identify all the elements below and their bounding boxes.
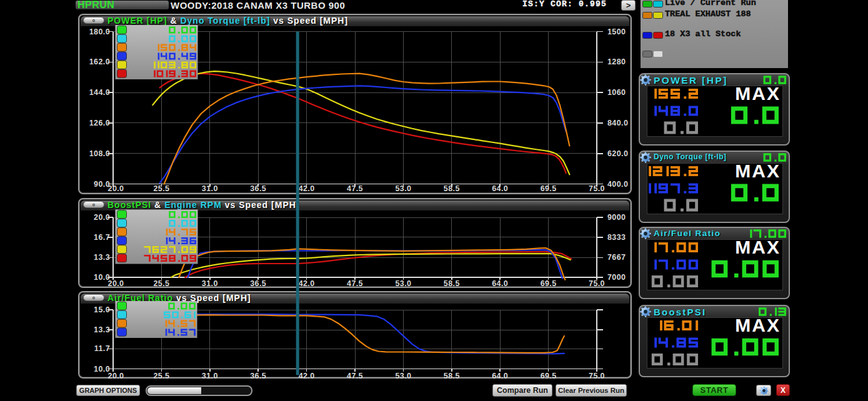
svg-text:1280: 1280 — [607, 57, 626, 66]
svg-text:9000: 9000 — [607, 213, 626, 222]
svg-text:7000: 7000 — [607, 273, 626, 282]
svg-text:144.0: 144.0 — [89, 88, 110, 97]
svg-text:47.5: 47.5 — [347, 279, 363, 288]
svg-text:75.0: 75.0 — [589, 279, 605, 288]
svg-text:69.5: 69.5 — [541, 279, 557, 288]
svg-text:126.0: 126.0 — [89, 119, 110, 127]
svg-text:47.5: 47.5 — [347, 372, 363, 380]
svg-text:75.0: 75.0 — [589, 184, 605, 193]
svg-text:20.0: 20.0 — [94, 213, 110, 222]
svg-text:64.0: 64.0 — [492, 279, 508, 288]
svg-text:15.0: 15.0 — [94, 305, 110, 314]
svg-text:20.0: 20.0 — [108, 279, 124, 288]
svg-text:75.0: 75.0 — [589, 372, 605, 380]
svg-text:42.0: 42.0 — [299, 184, 315, 193]
svg-text:25.5: 25.5 — [153, 279, 169, 288]
svg-text:1060: 1060 — [607, 88, 626, 97]
svg-text:42.0: 42.0 — [299, 372, 315, 380]
svg-text:53.0: 53.0 — [395, 279, 411, 288]
svg-text:47.5: 47.5 — [347, 184, 363, 193]
svg-text:58.5: 58.5 — [444, 372, 460, 380]
svg-text:25.5: 25.5 — [153, 372, 169, 380]
svg-text:36.5: 36.5 — [250, 279, 266, 288]
svg-text:31.0: 31.0 — [202, 372, 218, 380]
svg-text:69.5: 69.5 — [541, 184, 557, 193]
svg-text:58.5: 58.5 — [444, 279, 460, 288]
svg-text:180.0: 180.0 — [89, 27, 110, 36]
svg-text:53.0: 53.0 — [395, 184, 411, 193]
svg-text:620.0: 620.0 — [607, 149, 628, 158]
svg-text:13.3: 13.3 — [94, 325, 110, 334]
svg-text:64.0: 64.0 — [492, 372, 508, 380]
svg-text:400.0: 400.0 — [607, 180, 628, 189]
svg-text:20.0: 20.0 — [108, 184, 124, 193]
svg-text:31.0: 31.0 — [202, 279, 218, 288]
svg-text:1500: 1500 — [607, 27, 626, 36]
svg-text:16.7: 16.7 — [94, 233, 110, 242]
svg-text:69.5: 69.5 — [541, 372, 557, 380]
svg-text:8333: 8333 — [607, 233, 626, 242]
svg-text:31.0: 31.0 — [202, 184, 218, 193]
svg-text:11.7: 11.7 — [94, 344, 110, 353]
svg-text:20.0: 20.0 — [108, 372, 124, 380]
svg-text:36.5: 36.5 — [250, 184, 266, 193]
svg-text:64.0: 64.0 — [492, 184, 508, 193]
svg-text:840.0: 840.0 — [607, 119, 628, 127]
svg-text:108.0: 108.0 — [89, 149, 110, 158]
svg-text:42.0: 42.0 — [299, 279, 315, 288]
svg-text:53.0: 53.0 — [395, 372, 411, 380]
svg-text:25.5: 25.5 — [153, 184, 169, 193]
svg-text:36.5: 36.5 — [250, 372, 266, 380]
svg-text:13.3: 13.3 — [94, 253, 110, 262]
svg-text:7667: 7667 — [607, 253, 626, 262]
svg-text:162.0: 162.0 — [89, 57, 110, 66]
svg-text:58.5: 58.5 — [444, 184, 460, 193]
